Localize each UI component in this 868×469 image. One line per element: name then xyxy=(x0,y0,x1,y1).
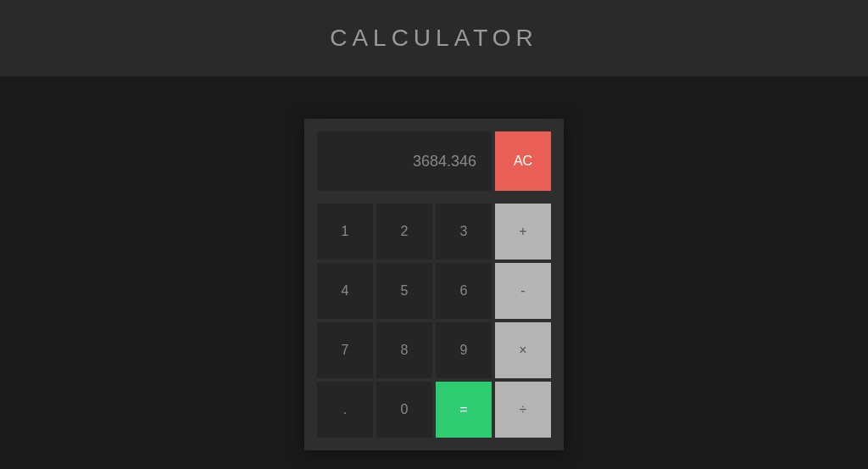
digit-2-button[interactable]: 2 xyxy=(376,204,432,260)
divide-button[interactable]: ÷ xyxy=(495,382,551,438)
equals-button[interactable]: = xyxy=(436,382,492,438)
digit-0-button[interactable]: 0 xyxy=(376,382,432,438)
multiply-button[interactable]: × xyxy=(495,322,551,378)
app-header: CALCULATOR xyxy=(0,0,868,76)
digit-8-button[interactable]: 8 xyxy=(376,322,432,378)
display-row: 3684.346 AC xyxy=(317,131,551,191)
digit-4-button[interactable]: 4 xyxy=(317,263,373,319)
add-button[interactable]: + xyxy=(495,204,551,260)
subtract-button[interactable]: - xyxy=(495,263,551,319)
clear-button[interactable]: AC xyxy=(495,131,551,191)
digit-7-button[interactable]: 7 xyxy=(317,322,373,378)
button-grid: 1 2 3 + 4 5 6 - 7 8 9 × . 0 = ÷ xyxy=(317,204,551,438)
calculator-container: 3684.346 AC 1 2 3 + 4 5 6 - 7 8 9 × . 0 … xyxy=(0,76,868,450)
digit-1-button[interactable]: 1 xyxy=(317,204,373,260)
calculator-display: 3684.346 xyxy=(317,131,492,191)
digit-6-button[interactable]: 6 xyxy=(436,263,492,319)
digit-3-button[interactable]: 3 xyxy=(436,204,492,260)
decimal-button[interactable]: . xyxy=(317,382,373,438)
header-title: CALCULATOR xyxy=(330,25,538,52)
calculator: 3684.346 AC 1 2 3 + 4 5 6 - 7 8 9 × . 0 … xyxy=(304,119,564,450)
digit-9-button[interactable]: 9 xyxy=(436,322,492,378)
digit-5-button[interactable]: 5 xyxy=(376,263,432,319)
